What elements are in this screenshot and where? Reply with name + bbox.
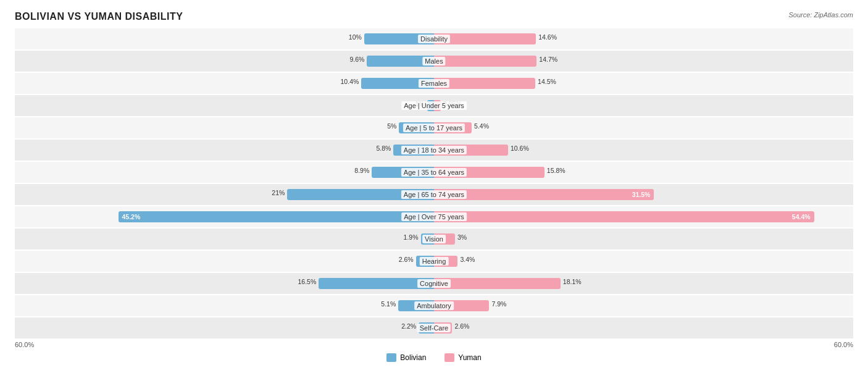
right-bar-container: 14.7% [434,56,536,67]
bar-wrapper: 5.8% Age | 18 to 34 years 10.6% [15,140,853,161]
center-label: Self-Care [417,324,451,332]
bar-row: 10% Disability 14.6% [15,28,853,49]
bar-wrapper: 8.9% Age | 35 to 64 years 15.8% [15,162,853,183]
right-value: 14.6% [538,33,557,41]
left-value: 5.8% [376,145,391,152]
left-bar: 45.2% [119,211,435,222]
bar-row: 45.2% Age | Over 75 years 54.4% [15,206,853,227]
right-bar-container: 18.1% [434,278,561,289]
right-value: 7.9% [491,300,506,308]
center-label: Ambulatory [414,301,454,310]
left-value: 16.5% [298,278,317,285]
bolivian-legend-label: Bolivian [400,353,426,362]
left-value: 2.2% [401,322,416,330]
source-label: Source: ZipAtlas.com [788,11,853,19]
right-value-inside: 54.4% [792,213,811,220]
right-value: 14.5% [538,78,556,85]
left-value: 5.1% [381,300,396,308]
bar-row: 5% Age | 5 to 17 years 5.4% [15,117,853,138]
left-bar-container: 45.2% [119,211,435,222]
axis-left: 60.0% [15,341,34,348]
left-value: 5% [387,122,396,130]
left-value: 9.6% [349,56,364,63]
center-label: Age | 5 to 17 years [403,124,465,132]
bar-row: 21% Age | 65 to 74 years 31.5% [15,184,853,205]
bolivian-color-box [386,353,396,362]
yuman-legend-label: Yuman [458,353,481,362]
center-label: Age | Under 5 years [401,101,467,110]
left-value: 10% [349,33,362,41]
right-value: 18.1% [563,278,582,285]
left-value: 2.6% [399,256,414,263]
center-label: Age | 35 to 64 years [401,168,467,177]
right-bar-container: 31.5% [434,189,654,200]
bar-row: 8.9% Age | 35 to 64 years 15.8% [15,162,853,183]
left-bar: 16.5% [319,278,434,289]
bar-row: 1.9% Vision 3% [15,229,853,250]
bar-wrapper: 1.9% Vision 3% [15,229,853,250]
legend-yuman: Yuman [444,353,481,362]
center-label: Disability [418,35,450,43]
bar-row: 2.6% Hearing 3.4% [15,251,853,272]
bar-row: 10.4% Females 14.5% [15,73,853,94]
right-value: 3% [457,233,467,241]
chart-header: BOLIVIAN VS YUMAN DISABILITY Source: Zip… [15,11,853,22]
yuman-color-box [444,353,454,362]
right-bar: 54.4% [434,211,814,222]
center-label: Age | 18 to 34 years [401,146,467,154]
bar-wrapper: 1% Age | Under 5 years 0.95% [15,95,853,116]
right-bar: 18.1% [434,278,561,289]
bar-wrapper: 10.4% Females 14.5% [15,73,853,94]
bar-wrapper: 16.5% Cognitive 18.1% [15,273,853,294]
chart-container: BOLIVIAN VS YUMAN DISABILITY Source: Zip… [0,0,868,378]
axis-right: 60.0% [834,341,853,348]
bar-wrapper: 9.6% Males 14.7% [15,51,853,72]
center-label: Hearing [420,257,449,266]
legend-bolivian: Bolivian [386,353,426,362]
left-value-inside: 45.2% [122,213,141,220]
left-value: 21% [272,189,285,196]
right-bar-container: 54.4% [434,211,814,222]
bar-wrapper: 5% Age | 5 to 17 years 5.4% [15,117,853,138]
bar-wrapper: 2.2% Self-Care 2.6% [15,317,853,338]
bar-row: 9.6% Males 14.7% [15,51,853,72]
chart-area: 10% Disability 14.6% 9.6% Males [15,28,853,338]
center-label: Females [419,79,449,88]
left-bar-container: 16.5% [319,278,434,289]
right-value: 3.4% [460,256,475,263]
right-value: 14.7% [539,56,557,63]
bar-wrapper: 45.2% Age | Over 75 years 54.4% [15,206,853,227]
bar-row: 2.2% Self-Care 2.6% [15,317,853,338]
right-value: 15.8% [547,167,565,174]
bar-row: 1% Age | Under 5 years 0.95% [15,95,853,116]
left-value: 1.9% [404,233,419,241]
left-value: 8.9% [354,167,369,174]
center-label: Age | 65 to 74 years [401,190,467,199]
center-label: Vision [422,235,446,243]
legend: Bolivian Yuman [15,353,853,362]
bar-wrapper: 5.1% Ambulatory 7.9% [15,295,853,316]
bar-wrapper: 21% Age | 65 to 74 years 31.5% [15,184,853,205]
center-label: Cognitive [417,279,451,288]
bar-wrapper: 2.6% Hearing 3.4% [15,251,853,272]
right-value: 2.6% [454,322,469,330]
bar-row: 5.8% Age | 18 to 34 years 10.6% [15,140,853,161]
left-value: 10.4% [341,78,359,85]
right-value: 5.4% [474,122,489,130]
axis-labels: 60.0% 60.0% [15,341,853,348]
chart-title: BOLIVIAN VS YUMAN DISABILITY [15,11,183,22]
center-label: Males [422,57,445,65]
bar-row: 16.5% Cognitive 18.1% [15,273,853,294]
bar-wrapper: 10% Disability 14.6% [15,28,853,49]
right-bar: 14.7% [434,56,536,67]
center-label: Age | Over 75 years [401,212,467,221]
bar-row: 5.1% Ambulatory 7.9% [15,295,853,316]
right-bar: 31.5% [434,189,654,200]
right-value-inside: 31.5% [632,191,651,198]
right-value: 10.6% [511,145,529,152]
